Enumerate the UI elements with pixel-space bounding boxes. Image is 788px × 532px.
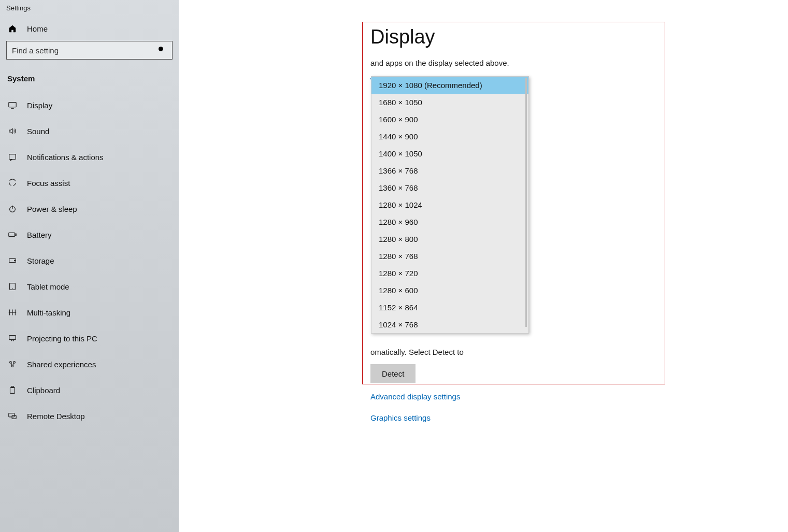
svg-point-20 [11,365,13,367]
sidebar-category: System [0,65,179,92]
sidebar-item-label: Remote Desktop [27,412,85,421]
resolution-option[interactable]: 1280 × 720 [371,265,528,282]
resolution-option[interactable]: 1280 × 960 [371,213,528,231]
sidebar-item-label: Multi-tasking [27,308,70,317]
resolution-option[interactable]: 1152 × 864 [371,299,528,316]
resolution-option[interactable]: 1280 × 800 [371,231,528,248]
remote-desktop-icon [7,411,18,421]
power-icon [7,204,18,214]
resolution-option[interactable]: 1600 × 900 [371,111,528,128]
sidebar-item-label: Notifications & actions [27,153,104,162]
sidebar-item-sound[interactable]: Sound [0,118,179,144]
svg-rect-23 [9,413,15,417]
sidebar-nav: Display Sound Notifications & actions Fo… [0,92,179,429]
sidebar-item-label: Storage [27,256,54,265]
window-title: Settings [0,3,179,16]
battery-icon [7,229,18,240]
resolution-option[interactable]: 1280 × 600 [371,282,528,299]
search-box[interactable] [6,41,173,60]
svg-rect-4 [9,154,16,160]
notifications-icon [7,152,18,162]
search-icon [157,46,167,55]
sidebar-item-clipboard[interactable]: Clipboard [0,377,179,403]
shared-icon [7,359,18,369]
svg-rect-8 [15,234,16,236]
dropdown-scrollbar[interactable] [525,78,527,327]
sidebar-item-label: Sound [27,127,49,136]
sidebar-item-label: Tablet mode [27,282,69,291]
projecting-icon [7,333,18,343]
tablet-icon [7,281,18,292]
multitasking-icon [7,307,18,318]
sidebar-item-label: Display [27,101,52,110]
resolution-option[interactable]: 1024 × 768 [371,316,528,333]
sound-icon [7,126,18,136]
resolution-option[interactable]: 1440 × 900 [371,128,528,145]
sidebar-item-remote-desktop[interactable]: Remote Desktop [0,403,179,429]
svg-point-10 [15,260,16,261]
sidebar-item-tablet-mode[interactable]: Tablet mode [0,274,179,299]
resolution-option[interactable]: 1280 × 768 [371,248,528,265]
clipboard-icon [7,385,18,395]
sidebar-item-label: Battery [27,231,52,239]
sidebar-item-label: Power & sleep [27,205,77,213]
sidebar-item-power-sleep[interactable]: Power & sleep [0,196,179,222]
svg-rect-21 [10,387,15,394]
scaling-description-partial: and apps on the display selected above. [370,57,661,68]
sidebar-item-storage[interactable]: Storage [0,248,179,274]
sidebar-item-display[interactable]: Display [0,92,179,118]
focus-assist-icon [7,178,18,188]
settings-sidebar: Settings Home System Display So [0,0,179,532]
main-content: Display and apps on the display selected… [179,0,788,532]
sidebar-item-label: Projecting to this PC [27,334,97,343]
svg-line-1 [163,51,165,53]
resolution-option[interactable]: 1280 × 1024 [371,196,528,213]
sidebar-item-notifications[interactable]: Notifications & actions [0,144,179,170]
svg-rect-7 [9,233,15,236]
page-title: Display [370,26,661,48]
search-input[interactable] [12,46,157,55]
sidebar-item-multitasking[interactable]: Multi-tasking [0,299,179,325]
detect-button[interactable]: Detect [370,364,416,383]
display-icon [7,100,18,110]
sidebar-item-projecting[interactable]: Projecting to this PC [0,325,179,351]
detect-description-partial: omatically. Select Detect to [370,347,661,358]
resolution-option[interactable]: 1680 × 1050 [371,94,528,111]
svg-point-0 [159,47,163,51]
sidebar-home[interactable]: Home [0,16,179,41]
svg-rect-2 [9,103,16,107]
storage-icon [7,255,18,266]
resolution-option[interactable]: 1400 × 1050 [371,145,528,162]
sidebar-item-shared-experiences[interactable]: Shared experiences [0,351,179,377]
resolution-dropdown[interactable]: 1920 × 1080 (Recommended) 1680 × 1050 16… [371,76,529,334]
resolution-option[interactable]: 1360 × 768 [371,179,528,196]
advanced-display-link[interactable]: Advanced display settings [370,390,460,404]
svg-rect-17 [9,336,16,340]
sidebar-item-battery[interactable]: Battery [0,222,179,248]
sidebar-item-label: Shared experiences [27,360,96,369]
sidebar-home-label: Home [27,24,48,33]
sidebar-item-focus-assist[interactable]: Focus assist [0,170,179,196]
graphics-settings-link[interactable]: Graphics settings [370,411,460,425]
sidebar-item-label: Clipboard [27,386,60,395]
sidebar-item-label: Focus assist [27,179,70,188]
resolution-option[interactable]: 1366 × 768 [371,162,528,179]
home-icon [7,23,18,34]
resolution-option[interactable]: 1920 × 1080 (Recommended) [371,77,528,94]
